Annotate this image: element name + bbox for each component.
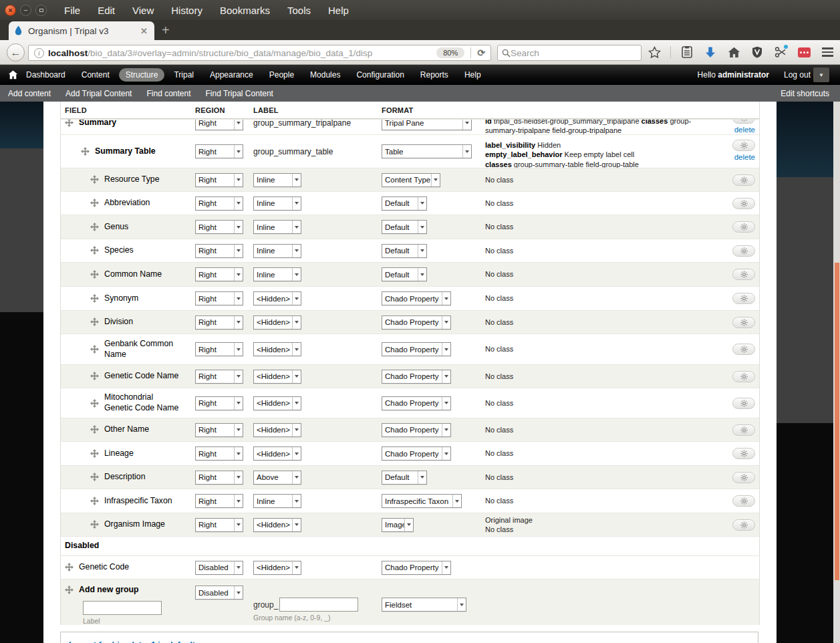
new-group-label-input[interactable] xyxy=(83,601,162,615)
admin-menu-item-tripal[interactable]: Tripal xyxy=(174,68,194,82)
scissors-icon[interactable] xyxy=(773,44,788,60)
admin-menu-item-people[interactable]: People xyxy=(269,68,294,82)
label-select[interactable]: Inline xyxy=(253,220,301,234)
admin-menu-item-content[interactable]: Content xyxy=(82,68,110,82)
drag-handle-icon[interactable] xyxy=(90,294,99,303)
menubar-item-view[interactable]: View xyxy=(132,5,154,16)
label-select[interactable]: <Hidden> xyxy=(253,370,301,384)
settings-gear-button[interactable] xyxy=(732,472,755,483)
page-scrollbar-track[interactable] xyxy=(833,102,840,643)
label-select[interactable]: <Hidden> xyxy=(253,315,301,330)
extension-icon[interactable] xyxy=(797,44,811,60)
drag-handle-icon[interactable] xyxy=(65,119,74,127)
region-select[interactable]: Right xyxy=(195,291,243,305)
window-close-button[interactable]: × xyxy=(5,5,16,16)
menubar-item-file[interactable]: File xyxy=(64,5,80,16)
format-select[interactable]: Fieldset xyxy=(382,598,466,612)
admin-menu-item-help[interactable]: Help xyxy=(464,68,481,82)
settings-gear-button[interactable] xyxy=(732,424,755,436)
format-select[interactable]: Chado Property xyxy=(382,342,451,356)
menubar-item-history[interactable]: History xyxy=(171,5,202,16)
label-select[interactable]: Inline xyxy=(253,173,301,187)
format-select[interactable]: Chado Property xyxy=(382,315,451,330)
region-select[interactable]: Right xyxy=(195,342,243,356)
settings-gear-button[interactable] xyxy=(732,119,755,124)
drag-handle-icon[interactable] xyxy=(90,270,99,279)
settings-gear-button[interactable] xyxy=(732,174,755,186)
drag-handle-icon[interactable] xyxy=(90,449,99,458)
drag-handle-icon[interactable] xyxy=(90,399,99,408)
settings-gear-button[interactable] xyxy=(732,245,755,257)
region-select[interactable]: Right xyxy=(195,197,243,211)
format-select[interactable]: Chado Property xyxy=(382,370,451,384)
tab-organism[interactable]: Organism | Tripal v3 ✕ xyxy=(9,21,154,40)
back-button[interactable]: ← xyxy=(7,43,25,61)
region-select[interactable]: Disabled xyxy=(195,561,243,575)
region-select[interactable]: Right xyxy=(195,494,243,508)
edit-shortcuts-link[interactable]: Edit shortcuts xyxy=(781,89,829,98)
home-icon[interactable] xyxy=(726,44,741,60)
menubar-item-bookmarks[interactable]: Bookmarks xyxy=(220,5,270,16)
drag-handle-icon[interactable] xyxy=(90,175,99,184)
region-select[interactable]: Right xyxy=(195,220,243,234)
search-input[interactable] xyxy=(511,48,637,58)
label-select[interactable]: <Hidden> xyxy=(253,423,301,437)
region-select[interactable]: Disabled xyxy=(195,586,243,600)
format-select[interactable]: Default xyxy=(382,267,427,281)
settings-gear-button[interactable] xyxy=(732,317,755,328)
region-select[interactable]: Right xyxy=(195,267,243,281)
label-select[interactable]: <Hidden> xyxy=(253,518,301,532)
logout-link[interactable]: Log out xyxy=(784,70,811,80)
format-select[interactable]: Default xyxy=(382,220,427,234)
admin-home-icon[interactable] xyxy=(8,70,18,80)
layout-fieldset-title[interactable]: Layout for bio_data_1 in default xyxy=(69,640,195,643)
drag-handle-icon[interactable] xyxy=(90,317,99,326)
delete-link[interactable]: delete xyxy=(734,126,755,134)
label-select[interactable]: <Hidden> xyxy=(253,396,301,410)
format-select[interactable]: Default xyxy=(382,471,427,485)
format-select[interactable]: Chado Property xyxy=(382,423,451,437)
window-maximize-button[interactable] xyxy=(35,5,47,16)
settings-gear-button[interactable] xyxy=(732,519,755,531)
shortcut-find-tripal-content[interactable]: Find Tripal Content xyxy=(206,89,273,98)
format-select[interactable]: Image xyxy=(382,518,414,532)
admin-menu-item-reports[interactable]: Reports xyxy=(420,68,448,82)
format-select[interactable]: Chado Property xyxy=(382,561,451,575)
drag-handle-icon[interactable] xyxy=(90,223,99,231)
drag-handle-icon[interactable] xyxy=(90,497,99,505)
shortcut-find-content[interactable]: Find content xyxy=(146,89,190,98)
settings-gear-button[interactable] xyxy=(732,269,755,280)
url-bar[interactable]: i localhost/bio_data/3#overlay=admin/str… xyxy=(28,45,491,61)
drag-handle-icon[interactable] xyxy=(90,473,99,481)
drag-handle-icon[interactable] xyxy=(65,563,74,571)
admin-menu-item-dashboard[interactable]: Dashboard xyxy=(26,68,65,82)
shield-icon[interactable] xyxy=(750,44,764,60)
downloads-icon[interactable] xyxy=(703,44,718,60)
format-select[interactable]: Content Type xyxy=(382,173,440,187)
format-select[interactable]: Chado Property xyxy=(382,396,451,410)
region-select[interactable]: Right xyxy=(195,446,243,461)
window-minimize-button[interactable]: − xyxy=(20,5,31,16)
menubar-item-help[interactable]: Help xyxy=(328,5,349,16)
format-select[interactable]: Infraspecific Taxon xyxy=(382,494,462,508)
label-select[interactable]: <Hidden> xyxy=(253,342,301,356)
search-bar[interactable] xyxy=(497,45,642,61)
region-select[interactable]: Right xyxy=(195,244,243,258)
label-select[interactable]: <Hidden> xyxy=(253,291,301,305)
settings-gear-button[interactable] xyxy=(732,198,755,209)
label-select[interactable]: Inline xyxy=(253,494,301,508)
label-select[interactable]: Inline xyxy=(253,267,301,281)
drag-handle-icon[interactable] xyxy=(81,147,90,156)
zoom-level-badge[interactable]: 80% xyxy=(436,47,464,58)
label-select[interactable]: Inline xyxy=(253,197,301,211)
reload-button[interactable]: ⟳ xyxy=(477,47,485,58)
format-select[interactable]: Default xyxy=(382,244,427,258)
menubar-item-edit[interactable]: Edit xyxy=(98,5,115,16)
region-select[interactable]: Right xyxy=(195,423,243,437)
drag-handle-icon[interactable] xyxy=(90,246,99,255)
region-select[interactable]: Right xyxy=(195,173,243,187)
format-select[interactable]: Chado Property xyxy=(382,291,451,305)
tab-close-icon[interactable]: ✕ xyxy=(139,26,149,36)
admin-menu-item-structure[interactable]: Structure xyxy=(119,68,165,82)
new-tab-button[interactable]: + xyxy=(162,23,170,37)
